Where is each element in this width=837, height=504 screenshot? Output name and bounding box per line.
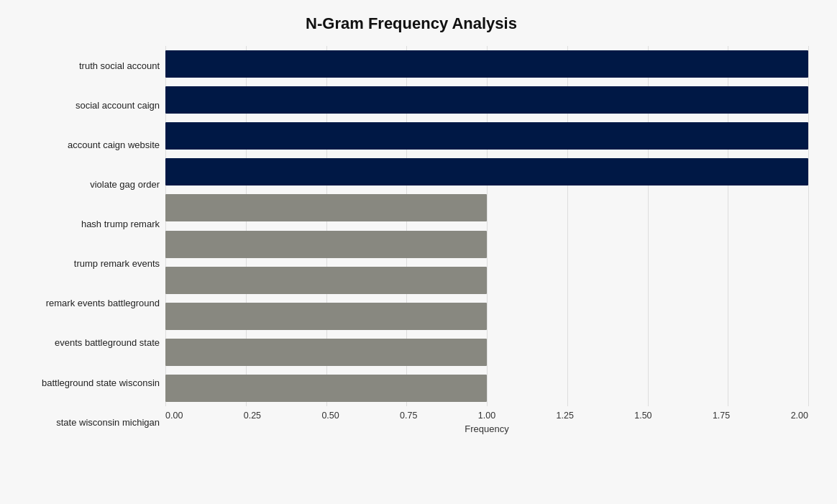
y-label: state wisconsin michigan [14,403,160,442]
bar [165,267,487,294]
bar [165,122,808,150]
bar [165,231,487,258]
y-label: account caign website [14,125,160,165]
y-label: trump remark events [14,244,160,283]
x-tick: 0.50 [321,411,339,421]
x-tick: 0.25 [244,411,261,421]
x-tick: 0.75 [400,411,417,421]
y-label: truth social account [14,46,160,86]
x-tick: 1.75 [713,411,730,421]
bar-row [165,47,808,81]
y-label: violate gag order [14,165,160,204]
bar-row [165,335,808,370]
x-tick: 1.50 [634,411,651,421]
bar-row [165,191,808,225]
bar [165,50,808,78]
bars-section [165,46,808,406]
x-ticks: 0.000.250.500.751.001.251.501.752.00 [165,406,808,421]
y-axis: truth social accountsocial account caign… [14,46,165,442]
y-label: battleground state wisconsin [14,363,160,403]
bar-row [165,155,808,189]
y-label: hash trump remark [14,204,160,244]
bar-row [165,119,808,153]
bar [165,375,487,402]
x-axis-label: Frequency [165,423,808,434]
y-label: events battleground state [14,324,160,363]
bar-row [165,299,808,334]
bars-and-x: 0.000.250.500.751.001.251.501.752.00 Fre… [165,46,808,442]
bar-row [165,83,808,117]
bar [165,303,487,330]
bar-row [165,227,808,262]
chart-area: truth social accountsocial account caign… [14,46,808,442]
y-label: remark events battleground [14,284,160,324]
chart-container: N-Gram Frequency Analysis truth social a… [0,0,837,504]
y-label: social account caign [14,86,160,125]
bar [165,339,487,366]
chart-title: N-Gram Frequency Analysis [14,14,808,33]
x-tick: 1.00 [478,411,495,421]
bar-row [165,371,808,406]
x-tick: 0.00 [165,411,183,421]
x-axis: 0.000.250.500.751.001.251.501.752.00 Fre… [165,406,808,442]
bar [165,194,487,221]
grid-line [808,46,809,406]
x-tick: 1.25 [557,411,574,421]
bar-row [165,263,808,298]
bar [165,158,808,185]
bar [165,86,808,114]
x-tick: 2.00 [791,411,808,421]
bars-wrapper [165,46,808,406]
